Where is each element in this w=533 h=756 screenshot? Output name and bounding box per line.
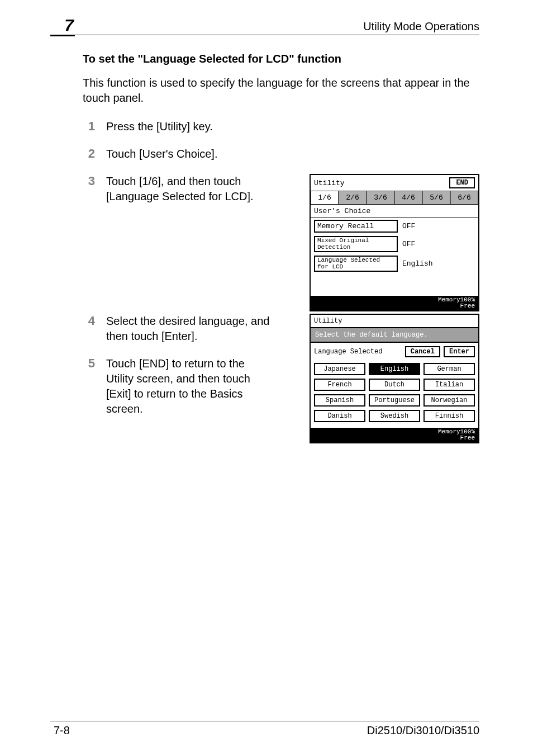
chapter-number-box: 7: [50, 16, 75, 36]
free-label: Free: [460, 434, 475, 441]
lcd-panel-users-choice: Utility END 1/6 2/6 3/6 4/6 5/6 6/6 User…: [310, 174, 479, 311]
step-text: Touch [1/6], and then touch [Language Se…: [106, 174, 274, 204]
lang-spanish-button[interactable]: Spanish: [314, 394, 365, 407]
step-number: 4: [83, 314, 95, 328]
step-number: 1: [83, 119, 95, 134]
panel-footer: Memory100% Free: [311, 296, 478, 310]
option-row-language-selected: Language Selected for LCD English: [311, 254, 478, 273]
step-text: Press the [Utility] key.: [106, 119, 479, 134]
free-label: Free: [460, 303, 475, 309]
step-text: Touch [User's Choice].: [106, 147, 479, 162]
option-row-mixed-original: Mixed Original Detection OFF: [311, 234, 478, 254]
lang-portuguese-button[interactable]: Portuguese: [369, 394, 420, 407]
panel-title-row: Utility: [311, 315, 478, 327]
lang-italian-button[interactable]: Italian: [423, 379, 475, 391]
lang-english-button[interactable]: English: [369, 363, 420, 375]
lang-swedish-button[interactable]: Swedish: [369, 410, 420, 422]
memory-recall-button[interactable]: Memory Recall: [314, 220, 398, 233]
lang-dutch-button[interactable]: Dutch: [369, 379, 420, 391]
header-title: Utility Mode Operations: [363, 20, 479, 33]
panel-title: Utility: [314, 317, 342, 325]
panel-title: Utility: [314, 179, 345, 187]
lang-row-2: French Dutch Italian: [314, 379, 475, 391]
tab-3-6[interactable]: 3/6: [367, 191, 394, 204]
mixed-original-detection-button[interactable]: Mixed Original Detection: [314, 236, 398, 252]
lang-norwegian-button[interactable]: Norwegian: [423, 394, 475, 407]
tab-4-6[interactable]: 4/6: [394, 191, 422, 204]
lang-finnish-button[interactable]: Finnish: [423, 410, 475, 422]
memory-recall-value: OFF: [398, 221, 420, 231]
language-selected-button[interactable]: Language Selected for LCD: [314, 256, 398, 272]
option-row-memory-recall: Memory Recall OFF: [311, 218, 478, 234]
chapter-number: 7: [64, 16, 74, 35]
step-4-5-block: 4 Select the desired language, and then …: [83, 314, 479, 417]
content-area: To set the "Language Selected for LCD" f…: [83, 53, 479, 429]
step-number: 3: [83, 174, 95, 188]
step-2: 2 Touch [User's Choice].: [83, 147, 479, 162]
step-3-block: 3 Touch [1/6], and then touch [Language …: [83, 174, 479, 314]
button-line-1: Mixed Original: [317, 238, 394, 244]
step-4: 4 Select the desired language, and then …: [83, 314, 273, 344]
lang-danish-button[interactable]: Danish: [314, 410, 365, 422]
lang-german-button[interactable]: German: [423, 363, 475, 375]
language-selected-label: Language Selected: [314, 348, 402, 356]
panel-banner: Select the default language.: [311, 327, 478, 343]
step-text: Select the desired language, and then to…: [106, 314, 273, 344]
mixed-original-value: OFF: [398, 239, 420, 249]
end-button[interactable]: END: [449, 177, 475, 188]
panel-action-row: Language Selected Cancel Enter: [311, 343, 478, 361]
button-line-2: Detection: [317, 244, 394, 251]
language-grid: Japanese English German French Dutch Ita…: [311, 361, 478, 428]
enter-button[interactable]: Enter: [444, 346, 475, 357]
tab-strip: 1/6 2/6 3/6 4/6 5/6 6/6: [311, 191, 478, 205]
button-line-1: Language Selected: [317, 257, 394, 264]
lang-row-1: Japanese English German: [314, 363, 475, 375]
step-number: 2: [83, 147, 95, 161]
lang-row-4: Danish Swedish Finnish: [314, 410, 475, 422]
cancel-button[interactable]: Cancel: [405, 346, 440, 357]
lang-japanese-button[interactable]: Japanese: [314, 363, 365, 375]
step-text: Touch [END] to return to the Utility scr…: [106, 356, 273, 417]
header-rule: [50, 35, 479, 35]
panel-footer: Memory100% Free: [311, 428, 478, 442]
section-intro: This function is used to specify the lan…: [83, 75, 479, 106]
section-heading: To set the "Language Selected for LCD" f…: [83, 53, 479, 65]
language-selected-value: English: [398, 258, 437, 269]
lcd-panel-language-select: Utility Select the default language. Lan…: [310, 314, 479, 443]
tab-5-6[interactable]: 5/6: [422, 191, 450, 204]
memory-label: Memory: [438, 296, 460, 303]
model-label: Di2510/Di3010/Di3510: [367, 724, 479, 737]
tab-1-6[interactable]: 1/6: [311, 191, 339, 204]
panel-subhead: User's Choice: [311, 205, 478, 218]
footer-rule: [50, 721, 479, 721]
memory-label: Memory: [438, 428, 460, 435]
left-steps: 4 Select the desired language, and then …: [83, 314, 273, 417]
step-number: 5: [83, 356, 95, 371]
button-line-2: for LCD: [317, 264, 394, 271]
tab-2-6[interactable]: 2/6: [339, 191, 367, 204]
panel-spacer: [311, 273, 478, 296]
step-5: 5 Touch [END] to return to the Utility s…: [83, 356, 273, 417]
page-number: 7-8: [54, 724, 70, 737]
lang-row-3: Spanish Portuguese Norwegian: [314, 394, 475, 407]
tab-6-6[interactable]: 6/6: [450, 191, 478, 204]
lang-french-button[interactable]: French: [314, 379, 365, 391]
panel-title-row: Utility END: [311, 175, 478, 191]
step-1: 1 Press the [Utility] key.: [83, 119, 479, 134]
